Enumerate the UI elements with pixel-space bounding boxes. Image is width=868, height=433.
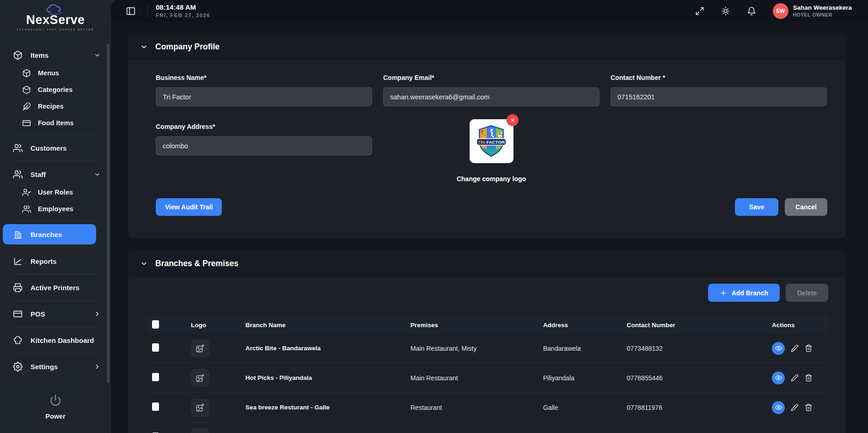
branch-logo-placeholder[interactable] <box>191 339 209 358</box>
save-button[interactable]: Save <box>735 198 778 216</box>
branch-contact: 0773488132 <box>627 345 772 352</box>
sidebar-item-label: Employees <box>38 205 73 213</box>
view-branch-button[interactable] <box>772 342 785 355</box>
edit-branch-button[interactable] <box>791 344 799 352</box>
sidebar-item-branches[interactable]: Branches <box>3 224 96 244</box>
remove-logo-button[interactable] <box>507 114 519 126</box>
company-logo[interactable]: TRI FACTOR <box>470 119 513 163</box>
sidebar-item-kitchen-dashboard[interactable]: Kitchen Dashboard <box>0 330 111 350</box>
business-name-field[interactable] <box>156 87 372 106</box>
contact-number-group: Contact Number * <box>611 74 827 106</box>
delete-branch-button[interactable] <box>805 403 813 411</box>
column-header-branch-name: Branch Name <box>245 322 410 329</box>
branches-premises-panel: Branches & Premises Add Branch Delete <box>128 250 846 433</box>
divider <box>147 5 148 18</box>
sidebar-item-recipes[interactable]: Recipes <box>0 98 111 115</box>
branch-name: Arctic Bite - Bandarawela <box>245 345 410 352</box>
change-logo-link[interactable]: Change company logo <box>457 175 526 183</box>
cancel-button[interactable]: Cancel <box>785 198 827 216</box>
user-role: HOTEL OWNER <box>793 12 852 18</box>
building-icon <box>13 230 23 239</box>
sidebar-item-label: Recipes <box>38 103 64 110</box>
company-email-field[interactable] <box>383 87 599 106</box>
chevron-down-icon <box>94 171 101 178</box>
branch-name: Sea breeze Resturant - Galle <box>245 404 410 411</box>
branch-address: Bandarawela <box>543 345 627 352</box>
feather-icon <box>22 102 31 111</box>
row-checkbox[interactable] <box>152 403 159 411</box>
chevron-down-icon <box>140 260 148 268</box>
delete-branch-button[interactable] <box>805 344 813 352</box>
user-menu[interactable]: SW Sahan Weerasekera HOTEL OWNER <box>773 3 852 19</box>
chart-icon <box>13 256 23 266</box>
row-checkbox[interactable] <box>152 343 159 352</box>
company-email-group: Company Email* <box>383 74 599 106</box>
branch-logo-placeholder[interactable] <box>191 369 209 387</box>
branches-table: Logo Branch Name Premises Address Contac… <box>147 316 828 433</box>
sidebar-item-reports[interactable]: Reports <box>0 251 111 271</box>
table-row: Hot Picks - Piliyandala Main Restaurant … <box>147 363 828 393</box>
sidebar-item-food-items[interactable]: Food Items <box>0 115 111 131</box>
power-button[interactable]: Power <box>0 394 111 420</box>
table-header-row: Logo Branch Name Premises Address Contac… <box>147 316 828 334</box>
column-header-logo: Logo <box>191 322 245 329</box>
view-branch-button[interactable] <box>772 401 785 414</box>
chevron-down-icon <box>94 52 101 59</box>
sidebar-item-pos[interactable]: POS <box>0 304 111 323</box>
table-row: Sea breeze Resturant - Galle Restaurant … <box>147 393 828 422</box>
svg-text:TRI FACTOR: TRI FACTOR <box>478 139 505 144</box>
sidebar-item-label: Categories <box>38 86 73 93</box>
sidebar-toggle-icon[interactable] <box>126 6 136 16</box>
delete-button[interactable]: Delete <box>786 284 828 302</box>
divider <box>14 161 97 161</box>
sidebar-item-staff[interactable]: Staff <box>0 165 111 184</box>
sidebar-scrollbar[interactable] <box>107 44 110 383</box>
sidebar-item-settings[interactable]: Settings <box>0 357 111 376</box>
company-profile-panel: Company Profile Business Name* Company E… <box>128 33 846 238</box>
plus-icon <box>720 289 727 297</box>
power-label: Power <box>0 413 111 420</box>
clock: 08:14:48 AM FRI, FEB 27, 2026 <box>156 3 210 19</box>
add-branch-button[interactable]: Add Branch <box>708 284 780 302</box>
page-content: Company Profile Business Name* Company E… <box>111 22 868 433</box>
divider <box>14 134 97 135</box>
branch-logo-placeholder[interactable] <box>191 398 209 417</box>
section-title: Branches & Premises <box>155 259 238 268</box>
sidebar-item-label: Kitchen Dashboard <box>31 336 94 344</box>
delete-branch-button[interactable] <box>805 374 813 382</box>
column-header-actions: Actions <box>772 322 828 329</box>
company-profile-header[interactable]: Company Profile <box>128 33 846 60</box>
branches-premises-header[interactable]: Branches & Premises <box>128 250 846 277</box>
sidebar-item-employees[interactable]: Employees <box>0 201 111 217</box>
column-header-premises: Premises <box>410 322 543 329</box>
select-all-checkbox[interactable] <box>152 320 159 329</box>
view-branch-button[interactable] <box>772 372 785 384</box>
user-name: Sahan Weerasekera <box>793 4 852 12</box>
sidebar-item-categories[interactable]: Categories <box>0 81 111 98</box>
current-time: 08:14:48 AM <box>156 3 210 12</box>
contact-number-field[interactable] <box>611 87 827 106</box>
company-address-field[interactable] <box>156 136 372 155</box>
sidebar: NexServe TECHNOLOGY THAT SERVES BETTER I… <box>0 0 111 433</box>
sidebar-item-customers[interactable]: Customers <box>0 138 111 158</box>
sidebar-item-label: POS <box>31 310 45 318</box>
divider <box>14 327 97 327</box>
add-branch-label: Add Branch <box>732 289 768 297</box>
edit-branch-button[interactable] <box>791 403 799 411</box>
sidebar-item-active-printers[interactable]: Active Printers <box>0 278 111 297</box>
column-header-contact-number: Contact Number <box>627 322 772 329</box>
sidebar-item-menus[interactable]: Menus <box>0 65 111 81</box>
branch-premises: Main Restaurant, Misty <box>410 345 543 352</box>
sidebar-item-items[interactable]: Items <box>0 45 111 65</box>
row-checkbox[interactable] <box>152 373 159 381</box>
edit-branch-button[interactable] <box>791 374 799 382</box>
avatar: SW <box>773 3 789 19</box>
sidebar-item-user-roles[interactable]: User Roles <box>0 184 111 201</box>
sidebar-nav: Items Menus Categories Recipes <box>0 39 111 376</box>
view-audit-trail-button[interactable]: View Audit Trail <box>156 198 222 216</box>
bell-icon[interactable] <box>747 6 756 16</box>
branch-logo-placeholder[interactable] <box>191 428 209 433</box>
theme-sun-icon[interactable] <box>721 6 730 16</box>
fullscreen-icon[interactable] <box>695 6 704 16</box>
sidebar-item-label: Active Printers <box>31 284 79 292</box>
